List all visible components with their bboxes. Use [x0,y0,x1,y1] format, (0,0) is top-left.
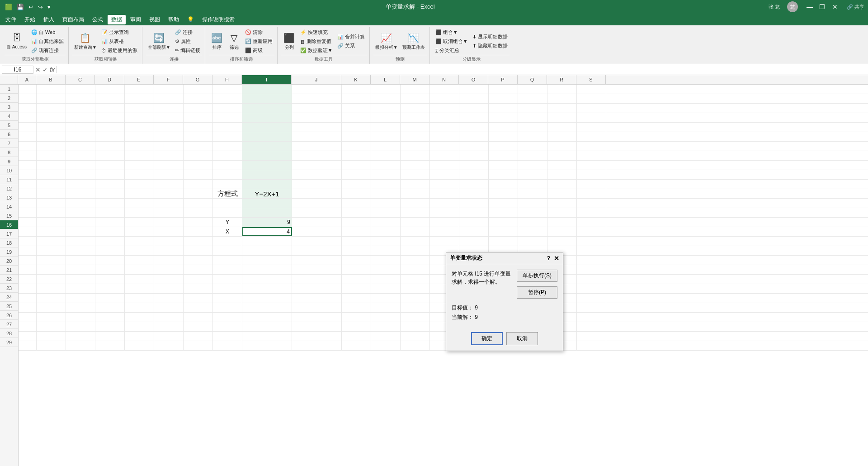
ribbon-btn-data-validation[interactable]: ✅ 数据验证▼ [298,46,335,55]
col-header-I[interactable]: I [242,75,292,84]
cell-I1[interactable] [242,85,292,94]
cell-S1[interactable] [577,85,606,94]
cell-C1[interactable] [66,85,95,94]
restore-button[interactable]: ❐ [818,2,827,11]
ribbon-btn-subtotal[interactable]: Σ 分类汇总 [434,46,470,55]
row-header-14[interactable]: 14 [0,202,18,211]
ribbon-btn-web[interactable]: 🌐 自 Web [29,28,66,37]
formula-cross-icon[interactable]: ✕ [35,66,41,73]
redo-icon[interactable]: ↪ [37,3,44,11]
step-execute-button[interactable]: 单步执行(S) [517,270,557,282]
col-header-L[interactable]: L [371,75,400,84]
ribbon-btn-reapply[interactable]: 🔃 重新应用 [243,37,274,46]
save-icon[interactable]: 💾 [15,3,25,11]
ribbon-btn-relationships[interactable]: 🔗 关系 [335,42,367,50]
row-header-4[interactable]: 4 [0,112,18,121]
row-header-9[interactable]: 9 [0,157,18,166]
cell-Q1[interactable] [518,85,547,94]
col-header-J[interactable]: J [292,75,341,84]
cell-O1[interactable] [459,85,489,94]
ribbon-btn-text-to-cols[interactable]: ⬛ 分列 [281,32,297,52]
menu-item-insert[interactable]: 插入 [40,15,58,24]
ribbon-btn-group[interactable]: ⬛ 组合▼ [434,28,470,37]
cell-H12[interactable]: 方程式 [213,189,242,198]
menu-item-review[interactable]: 审阅 [127,15,145,24]
cell-H15[interactable]: Y [213,218,242,227]
menu-item-data[interactable]: 数据 [108,15,126,24]
cell-J1[interactable] [292,85,342,94]
ribbon-btn-sort-az[interactable]: 🔤 排序 [209,32,225,52]
col-header-A[interactable]: A [18,75,36,84]
cell-H16[interactable]: X [213,227,242,236]
col-header-P[interactable]: P [488,75,518,84]
row-header-17[interactable]: 17 [0,229,18,238]
formula-input[interactable] [59,67,866,73]
row-header-10[interactable]: 10 [0,166,18,175]
menu-item-file[interactable]: 文件 [2,15,20,24]
dialog-help-button[interactable]: ? [547,255,550,262]
row-header-8[interactable]: 8 [0,148,18,157]
cell-H1[interactable] [213,85,242,94]
menu-item-page-layout[interactable]: 页面布局 [59,15,88,24]
menu-item-help[interactable]: 帮助 [165,15,183,24]
cell-R1[interactable] [547,85,577,94]
minimize-button[interactable]: — [805,2,814,11]
cell-L1[interactable] [371,85,401,94]
ribbon-btn-hide-detail[interactable]: ⬆ 隐藏明细数据 [471,42,509,50]
row-header-21[interactable]: 21 [0,266,18,275]
ribbon-btn-show-detail[interactable]: ⬇ 显示明细数据 [471,33,509,41]
row-header-25[interactable]: 25 [0,302,18,311]
ribbon-btn-connections[interactable]: 🔗 连接 [173,28,202,37]
cell-K1[interactable] [342,85,371,94]
row-header-29[interactable]: 29 [0,338,18,347]
ribbon-btn-show-query[interactable]: 📝 显示查询 [99,28,139,37]
col-header-E[interactable]: E [124,75,154,84]
cell-B1[interactable] [37,85,66,94]
row-header-20[interactable]: 20 [0,257,18,266]
col-header-D[interactable]: D [95,75,124,84]
ribbon-btn-clear[interactable]: 🚫 清除 [243,28,274,37]
ribbon-btn-existing-connections[interactable]: 🔗 现有连接 [29,46,66,55]
undo-icon[interactable]: ↩ [27,3,35,11]
ribbon-btn-edit-links[interactable]: ✏ 编辑链接 [173,46,202,55]
row-header-19[interactable]: 19 [0,247,18,257]
dialog-close-button[interactable]: ✕ [554,255,559,262]
share-label[interactable]: 🔗 共享 [847,4,864,10]
ribbon-btn-properties[interactable]: ⚙ 属性 [173,37,202,46]
cell-I12[interactable]: Y=2X+1 [242,189,292,198]
cell-I16[interactable]: 4 [242,227,292,236]
col-header-M[interactable]: M [400,75,429,84]
cell-D1[interactable] [95,85,125,94]
ribbon-btn-flash-fill[interactable]: ⚡ 快速填充 [298,28,335,37]
formula-fx-icon[interactable]: fx [50,66,55,73]
row-header-24[interactable]: 24 [0,293,18,302]
cell-G1[interactable] [184,85,213,94]
col-header-K[interactable]: K [341,75,371,84]
ribbon-btn-what-if[interactable]: 📈 模拟分析▼ [373,32,400,52]
menu-item-lightbulb-icon[interactable]: 💡 [184,15,198,24]
cell-I15[interactable]: 9 [242,218,292,227]
menu-item-home[interactable]: 开始 [21,15,39,24]
ribbon-btn-consolidate[interactable]: 📊 合并计算 [335,33,367,41]
pause-button[interactable]: 暂停(P) [517,286,557,299]
cancel-button[interactable]: 取消 [506,332,538,345]
row-header-23[interactable]: 23 [0,284,18,293]
row-header-22[interactable]: 22 [0,275,18,284]
ok-button[interactable]: 确定 [471,332,503,345]
col-header-B[interactable]: B [36,75,66,84]
menu-item-formula[interactable]: 公式 [89,15,107,24]
menu-item-view[interactable]: 视图 [146,15,164,24]
ribbon-btn-recent-sources[interactable]: ⏱ 最近使用的源 [99,46,139,55]
ribbon-btn-new-query[interactable]: 📋 新建查询▼ [72,32,99,52]
row-header-5[interactable]: 5 [0,121,18,130]
ribbon-btn-other-sources[interactable]: 📊 自其他来源 [29,37,66,46]
row-header-3[interactable]: 3 [0,103,18,112]
col-header-C[interactable]: C [66,75,95,84]
cell-M1[interactable] [401,85,430,94]
close-button[interactable]: ✕ [830,2,840,11]
row-header-13[interactable]: 13 [0,193,18,202]
row-header-16[interactable]: 16 [0,220,18,229]
row-header-18[interactable]: 18 [0,238,18,247]
row-header-7[interactable]: 7 [0,139,18,148]
row-header-11[interactable]: 11 [0,175,18,184]
